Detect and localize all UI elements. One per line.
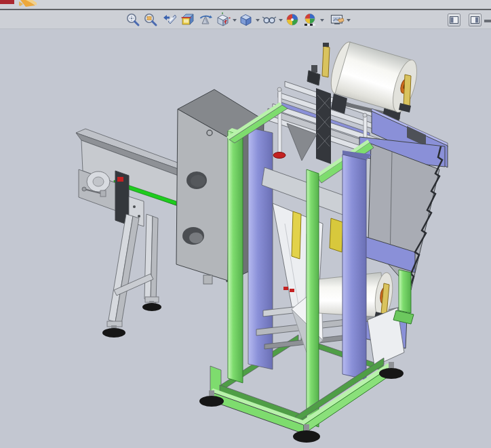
menu-bar-fragment (0, 0, 491, 9)
cropped-red-menu-icon (0, 0, 14, 4)
application-window (0, 0, 491, 448)
infeed-conveyor (76, 129, 183, 338)
heads-up-view-toolbar (0, 10, 491, 29)
previous-view-button[interactable] (161, 12, 176, 27)
view-orientation-button[interactable] (216, 12, 231, 27)
shaded-cube-icon (239, 12, 254, 27)
view-orientation-dropdown-caret[interactable] (233, 19, 237, 22)
section-view-button[interactable] (180, 12, 195, 27)
pane-left-icon (450, 16, 458, 24)
glasses-icon (262, 12, 277, 27)
collapse-pane-left-button[interactable] (448, 14, 460, 26)
hide-show-items-dropdown-caret[interactable] (279, 19, 283, 22)
zoom-to-area-button[interactable] (143, 12, 158, 27)
checker-floor (305, 24, 315, 26)
magnifier-area-icon (143, 12, 158, 27)
color-ball-icon (285, 12, 300, 27)
orientation-cube-icon (216, 12, 231, 27)
rotate-pyramid-icon (198, 12, 213, 27)
hide-show-items-button[interactable] (262, 12, 277, 27)
collapse-pane-right-button[interactable] (469, 14, 482, 26)
apply-scene-button[interactable] (302, 12, 317, 27)
zoom-to-fit-button[interactable] (125, 12, 140, 27)
display-style-dropdown-caret[interactable] (256, 19, 260, 22)
graphics-viewport[interactable] (0, 29, 491, 448)
view-settings-button[interactable] (330, 12, 345, 27)
magnifier-icon (125, 12, 140, 27)
back-arrow-wand-icon (161, 12, 176, 27)
assembly-model (0, 29, 491, 448)
pane-right-icon (471, 16, 479, 24)
cropped-orange-menu-icon (19, 0, 37, 7)
edit-appearance-button[interactable] (285, 12, 300, 27)
sliced-cube-icon (180, 12, 195, 27)
cropped-toolbar-overflow (484, 20, 491, 22)
display-style-button[interactable] (239, 12, 254, 27)
monitor-hand-icon (330, 12, 345, 27)
apply-scene-dropdown-caret[interactable] (320, 19, 324, 22)
view-settings-dropdown-caret[interactable] (347, 19, 351, 22)
scene-ball-icon (302, 12, 317, 27)
rotate-view-button[interactable] (198, 12, 213, 27)
